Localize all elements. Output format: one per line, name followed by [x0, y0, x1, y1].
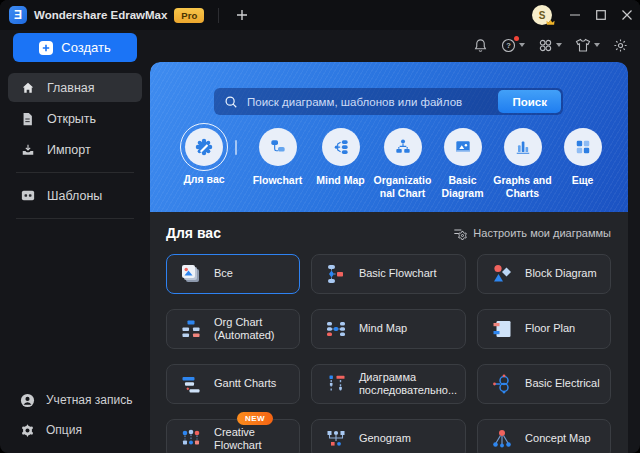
theme-button[interactable] [575, 38, 600, 53]
search-button[interactable]: Поиск [498, 90, 561, 113]
category-graphs-charts[interactable]: Graphs and Charts [493, 128, 553, 200]
search-input[interactable] [245, 95, 498, 109]
sliders-gear-icon [453, 227, 467, 240]
customize-label: Настроить мои диаграммы [473, 227, 611, 239]
maximize-icon [596, 10, 606, 20]
close-button[interactable] [614, 0, 640, 30]
card-label: Диаграмма последовательно... [359, 371, 457, 397]
templates-icon [20, 189, 35, 202]
chevron-down-icon [519, 43, 525, 47]
bell-icon [473, 38, 488, 53]
minimize-button[interactable] [562, 0, 588, 30]
apps-grid-icon [538, 38, 553, 53]
create-button[interactable]: Создать [13, 33, 137, 62]
sequence-diagram-icon [324, 372, 348, 396]
app-title: Wondershare EdrawMax [34, 9, 167, 21]
org-chart-icon [179, 317, 203, 341]
notification-dot [514, 36, 519, 41]
category-label: Organizational Chart [373, 174, 433, 200]
card-label: Все [214, 267, 233, 280]
category-label: Mind Map [316, 174, 364, 187]
footer-item-label: Опция [46, 423, 82, 437]
card-label: Genogram [359, 432, 411, 445]
mind-map-icon [324, 317, 348, 341]
document-icon [20, 112, 35, 126]
card-floor-plan[interactable]: Floor Plan [477, 309, 611, 349]
notifications-button[interactable] [473, 38, 488, 53]
gear-icon [613, 38, 628, 53]
chevron-down-icon [594, 43, 600, 47]
card-label: Gantt Charts [214, 377, 276, 390]
card-mind-map[interactable]: Mind Map [311, 309, 466, 349]
sidebar-item-label: Главная [47, 81, 95, 95]
svg-text:?: ? [506, 41, 511, 50]
chevron-down-icon [556, 43, 562, 47]
close-icon [622, 10, 632, 20]
sidebar-item-templates[interactable]: Шаблоны [8, 181, 142, 210]
card-concept-map[interactable]: Concept Map [477, 419, 611, 453]
plus-icon [236, 9, 248, 21]
card-basic-flowchart[interactable]: Basic Flowchart [311, 254, 466, 294]
card-label: Concept Map [525, 432, 590, 445]
shirt-icon [575, 38, 591, 53]
help-button[interactable]: ? [501, 38, 525, 53]
account-avatar[interactable]: S [532, 5, 552, 25]
org-chart-icon [393, 137, 413, 157]
import-icon [20, 143, 35, 157]
crown-icon [546, 19, 555, 27]
card-basic-electrical[interactable]: Basic Electrical [477, 364, 611, 404]
customize-diagrams-button[interactable]: Настроить мои диаграммы [453, 227, 611, 240]
sidebar-item-home[interactable]: Главная [8, 73, 142, 102]
mind-map-icon [331, 137, 351, 157]
category-for-you[interactable]: Для вас [174, 128, 234, 186]
card-label: Basic Electrical [525, 377, 600, 390]
section-title: Для вас [166, 225, 221, 241]
search-bar[interactable]: Поиск [214, 88, 563, 115]
category-org-chart[interactable]: Organizational Chart [373, 128, 433, 200]
edrawmax-window: Ǝ Wondershare EdrawMax Pro S [0, 0, 640, 453]
apps-grid-button[interactable] [538, 38, 562, 53]
banner: Поиск [150, 62, 628, 212]
template-cards-grid: Все Basic Flowchart [166, 254, 611, 453]
user-icon [20, 393, 35, 408]
sidebar-item-label: Шаблоны [47, 189, 102, 203]
sidebar-item-account[interactable]: Учетная запись [0, 385, 150, 415]
more-grid-icon [573, 137, 593, 157]
flowchart-icon [268, 137, 288, 157]
card-block-diagram[interactable]: Block Diagram [477, 254, 611, 294]
card-sequence-diagram[interactable]: Диаграмма последовательно... [311, 364, 466, 404]
bar-chart-icon [513, 137, 533, 157]
basic-flowchart-icon [324, 262, 348, 286]
card-genogram[interactable]: Genogram [311, 419, 466, 453]
minimize-icon [570, 10, 580, 20]
category-basic-diagram[interactable]: Basic Diagram [433, 128, 493, 200]
card-all[interactable]: Все [166, 254, 300, 294]
maximize-button[interactable] [588, 0, 614, 30]
plus-icon [39, 41, 53, 55]
card-org-chart-automated[interactable]: Org Chart (Automated) [166, 309, 300, 349]
sidebar-item-import[interactable]: Импорт [8, 135, 142, 164]
new-tab-button[interactable] [231, 4, 253, 26]
for-you-section: Для вас Настроить мои диаграммы [150, 212, 628, 453]
category-mind-map[interactable]: Mind Map [311, 128, 371, 187]
sidebar-divider [16, 172, 134, 173]
sidebar-divider [16, 218, 134, 219]
tab-divider [218, 8, 219, 23]
settings-button[interactable] [613, 38, 628, 53]
card-creative-flowchart[interactable]: NEW Creative Flowchart [166, 419, 300, 453]
concept-map-icon [490, 427, 514, 451]
category-label: Basic Diagram [433, 174, 493, 200]
basic-diagram-icon [453, 137, 473, 157]
sidebar-item-open[interactable]: Открыть [8, 104, 142, 133]
category-divider [235, 140, 237, 155]
category-more[interactable]: Еще [553, 128, 613, 187]
category-label: Для вас [183, 173, 224, 186]
sidebar-item-options[interactable]: Опция [0, 415, 150, 445]
sidebar-item-label: Импорт [47, 143, 91, 157]
genogram-icon [324, 427, 348, 451]
gantt-charts-icon [179, 372, 203, 396]
category-flowchart[interactable]: Flowchart [248, 128, 308, 187]
card-gantt-charts[interactable]: Gantt Charts [166, 364, 300, 404]
card-label: Block Diagram [525, 267, 597, 280]
card-label: Org Chart (Automated) [214, 316, 291, 342]
